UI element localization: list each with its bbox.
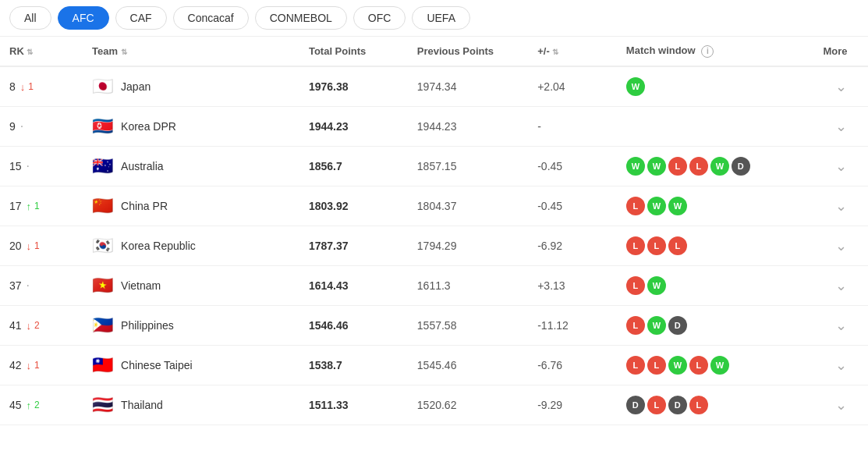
table-row: 8↓1🇯🇵Japan1976.381974.34+2.04W⌄ [0,66,868,107]
result-badge-w: W [626,157,645,176]
team-cell: 🇨🇳China PR [83,186,299,226]
diff-cell: -0.45 [528,146,617,186]
tab-all[interactable]: All [9,6,51,30]
table-row: 9·🇰🇵Korea DPR1944.231944.23-⌄ [0,106,868,146]
result-badge-l: L [626,356,645,375]
table-row: 41↓2🇵🇭Philippines1546.461557.58-11.12LWD… [0,305,868,345]
tab-afc[interactable]: AFC [58,6,109,30]
result-badge-d: D [732,157,750,176]
change-cell: ↓1 [20,81,67,93]
expand-chevron-icon[interactable]: ⌄ [835,278,847,293]
more-cell[interactable]: ⌄ [813,265,868,305]
prev-points-cell: 1557.58 [408,305,528,345]
match-window-cell [617,106,814,146]
col-header-rk[interactable]: RK [0,37,83,66]
team-cell: 🇹🇭Thailand [83,385,299,425]
result-badge-w: W [647,157,666,176]
team-name: Thailand [121,399,163,411]
prev-points-cell: 1794.29 [408,226,528,265]
more-cell[interactable]: ⌄ [813,146,868,186]
match-window-cell: LLL [617,226,814,265]
match-window-info-icon[interactable]: i [701,45,714,58]
table-row: 15·🇦🇺Australia1856.71857.15-0.45WWLLWD⌄ [0,146,868,186]
expand-chevron-icon[interactable]: ⌄ [835,397,847,413]
table-row: 42↓1🇹🇼Chinese Taipei1538.71545.46-6.76LL… [0,345,868,385]
rank-cell: 41↓2 [0,305,83,345]
rank-number: 45 [9,399,22,411]
tab-caf[interactable]: CAF [115,6,167,30]
change-value: 2 [34,320,40,331]
more-cell[interactable]: ⌄ [813,385,868,425]
team-cell: 🇰🇵Korea DPR [83,106,299,146]
team-cell: 🇵🇭Philippines [83,305,299,345]
col-rk-label: RK [9,45,24,57]
result-badge-w: W [710,157,729,176]
more-cell[interactable]: ⌄ [813,66,868,107]
result-badge-l: L [626,316,645,335]
table-row: 45↑2🇹🇭Thailand1511.331520.62-9.29DLDL⌄ [0,385,868,425]
total-points-cell: 1803.92 [299,186,408,226]
result-badge-w: W [668,356,687,375]
col-team-label: Team [92,45,118,57]
expand-chevron-icon[interactable]: ⌄ [835,238,847,254]
expand-chevron-icon[interactable]: ⌄ [835,198,847,214]
total-points-cell: 1856.7 [299,146,408,186]
change-cell: · [27,279,73,293]
col-header-diff[interactable]: +/- [528,37,617,66]
expand-chevron-icon[interactable]: ⌄ [835,119,847,134]
arrow-down-icon: ↓ [27,240,32,252]
team-name: Vietnam [121,279,161,292]
more-cell[interactable]: ⌄ [813,305,868,345]
match-window-cell: LWD [617,305,814,345]
result-badge-l: L [626,276,645,295]
more-cell[interactable]: ⌄ [813,106,868,146]
result-badge-w: W [668,197,687,215]
change-cell: ↓2 [27,320,73,332]
tab-concacaf[interactable]: Concacaf [173,6,249,30]
col-prev-label: Previous Points [417,45,494,57]
rank-number: 37 [9,279,22,292]
change-value: 1 [34,201,40,211]
neutral-dot: · [27,279,30,293]
col-match-label: Match window [626,44,696,56]
tab-conmebol[interactable]: CONMEBOL [255,6,347,30]
result-badge-l: L [689,356,708,375]
col-header-team[interactable]: Team [83,37,299,66]
team-flag: 🇹🇭 [92,395,113,415]
expand-chevron-icon[interactable]: ⌄ [835,158,847,174]
change-cell: ↓1 [27,360,73,371]
col-diff-label: +/- [537,45,550,57]
diff-cell: +2.04 [528,66,617,107]
neutral-dot: · [27,159,30,173]
arrow-down-icon: ↓ [27,320,32,332]
match-window-cell: WWLLWD [617,146,814,186]
team-name: Korea DPR [121,120,176,133]
more-cell[interactable]: ⌄ [813,345,868,385]
col-total-label: Total Points [309,45,366,57]
total-points-cell: 1614.43 [299,265,408,305]
expand-chevron-icon[interactable]: ⌄ [835,357,847,373]
result-badge-l: L [647,236,666,255]
match-window-cell: LWW [617,186,814,226]
team-name: Korea Republic [121,240,196,252]
result-badge-l: L [626,236,645,255]
more-cell[interactable]: ⌄ [813,226,868,265]
change-value: 1 [34,240,40,251]
expand-chevron-icon[interactable]: ⌄ [835,79,847,94]
change-cell: ↓1 [27,240,73,252]
rank-number: 41 [9,319,22,332]
tab-ofc[interactable]: OFC [353,6,406,30]
result-badge-w: W [647,276,666,295]
neutral-dot: · [20,119,23,133]
col-header-total: Total Points [299,37,408,66]
tab-uefa[interactable]: UEFA [412,6,470,30]
expand-chevron-icon[interactable]: ⌄ [835,318,847,333]
team-flag: 🇻🇳 [92,275,113,296]
more-cell[interactable]: ⌄ [813,186,868,226]
prev-points-cell: 1520.62 [408,385,528,425]
team-cell: 🇻🇳Vietnam [83,265,299,305]
total-points-cell: 1538.7 [299,345,408,385]
total-points-cell: 1976.38 [299,66,408,107]
rank-number: 42 [9,359,22,371]
rank-cell: 15· [0,146,83,186]
